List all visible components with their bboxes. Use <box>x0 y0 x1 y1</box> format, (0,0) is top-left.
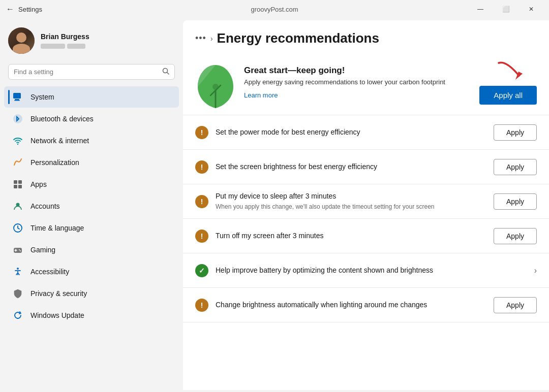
user-name: Brian Burgess <box>41 32 89 41</box>
sidebar-item-accessibility[interactable]: Accessibility <box>4 261 179 282</box>
sidebar-item-bluetooth-label: Bluetooth & devices <box>30 115 94 123</box>
svg-rect-3 <box>15 99 19 100</box>
sidebar-item-privacy[interactable]: Privacy & security <box>4 283 179 304</box>
rec-text-auto-brightness: Change brightness automatically when lig… <box>216 300 486 310</box>
svg-rect-9 <box>14 185 17 188</box>
rec-row-sleep: ! Put my device to sleep after 3 minutes… <box>183 184 549 219</box>
user-info: Brian Burgess <box>41 32 89 49</box>
rec-sub-sleep: When you apply this change, we'll also u… <box>216 203 486 211</box>
minimize-button[interactable]: — <box>469 1 492 17</box>
leaf-icon <box>195 62 236 103</box>
rec-main-sleep: Put my device to sleep after 3 minutes <box>216 191 486 202</box>
system-icon <box>12 91 23 103</box>
hero-text: Great start—keep going! Apply energy sav… <box>244 66 471 99</box>
apply-button-auto-brightness[interactable]: Apply <box>494 297 537 313</box>
apply-button-brightness[interactable]: Apply <box>494 159 537 175</box>
sidebar-item-bluetooth[interactable]: Bluetooth & devices <box>4 108 179 129</box>
sidebar-item-time-label: Time & language <box>30 224 84 232</box>
rec-row-power-mode: ! Set the power mode for best energy eff… <box>183 115 549 150</box>
rec-text-battery: Help improve battery by optimizing the c… <box>216 266 527 276</box>
app-body: Brian Burgess <box>0 18 549 392</box>
rec-action-brightness: Apply <box>494 159 537 175</box>
close-button[interactable]: ✕ <box>520 1 543 17</box>
privacy-icon <box>12 288 23 299</box>
red-arrow-icon <box>496 60 537 81</box>
learn-more-link[interactable]: Learn more <box>244 91 278 99</box>
sidebar-item-gaming[interactable]: Gaming <box>4 239 179 260</box>
rec-main-auto-brightness: Change brightness automatically when lig… <box>216 300 486 310</box>
page-title: Energy recommendations <box>217 30 379 46</box>
network-icon <box>12 135 23 146</box>
sidebar-item-accessibility-label: Accessibility <box>30 268 69 276</box>
rec-row-battery[interactable]: ✓ Help improve battery by optimizing the… <box>183 253 549 288</box>
sidebar-item-accounts[interactable]: Accounts <box>4 195 179 217</box>
search-icon <box>162 68 169 76</box>
personalization-icon <box>12 157 23 168</box>
sidebar-item-apps-label: Apps <box>30 180 47 188</box>
apply-button-screen-off[interactable]: Apply <box>494 228 537 244</box>
warning-icon-power: ! <box>195 126 208 139</box>
time-icon <box>12 222 23 234</box>
breadcrumb-chevron: › <box>210 35 213 43</box>
hero-section: Great start—keep going! Apply energy sav… <box>183 52 549 115</box>
apps-icon <box>12 179 23 190</box>
sidebar-item-system[interactable]: System <box>4 86 179 108</box>
sidebar-item-personalization[interactable]: Personalization <box>4 152 179 173</box>
sidebar-item-system-label: System <box>30 93 54 101</box>
svg-point-16 <box>19 249 20 250</box>
sidebar-item-personalization-label: Personalization <box>30 158 79 167</box>
rec-main-brightness: Set the screen brightness for best energ… <box>216 162 486 172</box>
gaming-icon <box>12 244 23 255</box>
nav-list: System Bluetooth & devices <box>0 86 183 392</box>
user-bars <box>41 44 89 49</box>
rec-row-brightness: ! Set the screen brightness for best ene… <box>183 150 549 184</box>
svg-point-5 <box>13 114 22 123</box>
hero-title: Great start—keep going! <box>244 66 471 76</box>
apply-all-button[interactable]: Apply all <box>479 86 537 105</box>
rec-main-screen-off: Turn off my screen after 3 minutes <box>216 231 486 241</box>
sidebar-item-network-label: Network & internet <box>30 137 89 145</box>
rec-main-power: Set the power mode for best energy effic… <box>216 127 486 138</box>
sidebar-item-update[interactable]: Windows Update <box>4 305 179 326</box>
svg-point-6 <box>17 144 18 145</box>
rec-text-power: Set the power mode for best energy effic… <box>216 127 486 138</box>
user-bar-2 <box>67 44 85 49</box>
accessibility-icon <box>12 266 23 277</box>
rec-action-auto-brightness: Apply <box>494 297 537 313</box>
svg-rect-7 <box>14 180 17 184</box>
window-controls: — ⬜ ✕ <box>469 1 543 17</box>
search-box[interactable] <box>8 64 175 80</box>
svg-point-17 <box>20 250 21 251</box>
rec-text-screen-off: Turn off my screen after 3 minutes <box>216 231 486 241</box>
sidebar-item-accounts-label: Accounts <box>30 202 60 210</box>
sidebar-item-network[interactable]: Network & internet <box>4 130 179 151</box>
bluetooth-icon <box>12 113 23 124</box>
apply-button-power[interactable]: Apply <box>494 124 537 141</box>
svg-point-18 <box>17 268 19 270</box>
rec-text-sleep: Put my device to sleep after 3 minutes W… <box>216 191 486 211</box>
sidebar: Brian Burgess <box>0 18 183 392</box>
sidebar-item-time[interactable]: Time & language <box>4 217 179 239</box>
rec-action-sleep: Apply <box>494 193 537 210</box>
watermark: groovyPost.com <box>251 6 298 13</box>
content-header: ••• › Energy recommendations <box>183 20 549 52</box>
svg-line-1 <box>167 73 169 75</box>
content-area: ••• › Energy recommendations Great start… <box>183 20 549 390</box>
maximize-button[interactable]: ⬜ <box>494 1 517 17</box>
warning-icon-brightness: ! <box>195 160 208 174</box>
rec-main-battery: Help improve battery by optimizing the c… <box>216 266 527 276</box>
sidebar-item-gaming-label: Gaming <box>30 246 55 254</box>
sidebar-item-apps[interactable]: Apps <box>4 174 179 195</box>
svg-rect-10 <box>18 185 22 188</box>
warning-icon-screen-off: ! <box>195 230 208 243</box>
hero-description: Apply energy saving recommendations to l… <box>244 78 471 87</box>
app-title: Settings <box>18 6 42 13</box>
back-button[interactable]: ← <box>6 5 14 14</box>
warning-icon-sleep: ! <box>195 195 208 208</box>
user-profile[interactable]: Brian Burgess <box>0 22 183 62</box>
rec-row-auto-brightness: ! Change brightness automatically when l… <box>183 288 549 322</box>
user-bar-1 <box>41 44 65 49</box>
breadcrumb-dots[interactable]: ••• <box>195 33 206 44</box>
search-input[interactable] <box>14 68 158 76</box>
apply-button-sleep[interactable]: Apply <box>494 193 537 210</box>
